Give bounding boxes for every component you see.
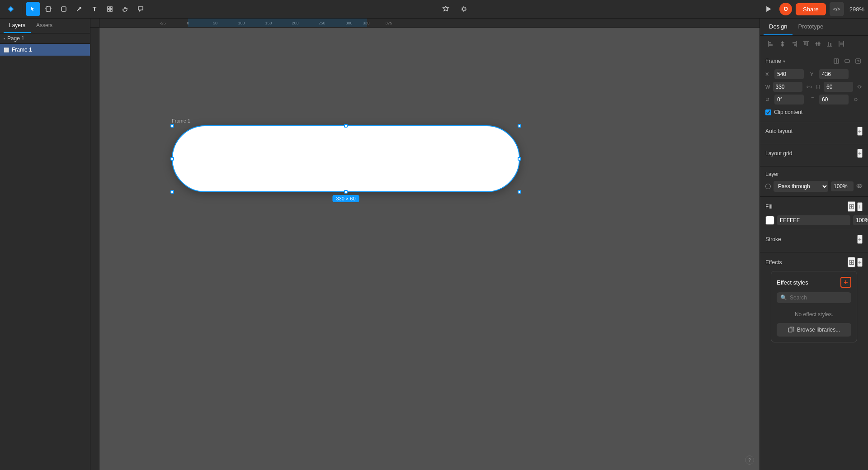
align-left-button[interactable] bbox=[765, 38, 776, 49]
svg-rect-18 bbox=[781, 44, 784, 46]
main-area: Layers Assets ▪ Page 1 ⬜ Frame 1 -25 0 5… bbox=[0, 19, 868, 470]
effect-styles-popup: Effect styles + 🔍 No effect styles. Brow… bbox=[771, 271, 857, 342]
handle-bl[interactable] bbox=[170, 190, 174, 194]
user-avatar-button[interactable]: O bbox=[779, 3, 792, 15]
sidebar-tabs: Layers Assets bbox=[0, 19, 90, 33]
ruler-tick-neg25: -25 bbox=[160, 21, 165, 25]
rotation-icon: ↺ bbox=[765, 97, 772, 103]
layer-frame1[interactable]: ⬜ Frame 1 bbox=[0, 44, 90, 56]
handle-tr[interactable] bbox=[518, 124, 521, 128]
alignment-row bbox=[760, 36, 868, 52]
fill-row: — bbox=[765, 215, 863, 225]
fill-color-swatch[interactable] bbox=[765, 216, 774, 225]
frame-container[interactable]: Frame 1 330 × 60 bbox=[172, 118, 520, 192]
svg-rect-9 bbox=[108, 9, 109, 11]
add-stroke-button[interactable]: + bbox=[857, 235, 863, 244]
plugin-icon-button[interactable] bbox=[439, 2, 453, 16]
design-tab[interactable]: Design bbox=[764, 19, 793, 35]
effects-grid-button[interactable]: ⊞ bbox=[848, 257, 855, 267]
handle-bm[interactable] bbox=[344, 190, 348, 194]
stroke-section-header: Stroke + bbox=[765, 235, 863, 244]
help-button[interactable]: ? bbox=[745, 456, 754, 465]
y-input[interactable] bbox=[819, 69, 849, 79]
present-button[interactable] bbox=[761, 2, 776, 16]
blend-mode-select[interactable]: Pass through bbox=[774, 181, 828, 192]
distribute-h-button[interactable] bbox=[836, 38, 847, 49]
assets-tab[interactable]: Assets bbox=[31, 19, 58, 33]
corner-input[interactable] bbox=[819, 95, 849, 104]
svg-rect-33 bbox=[840, 43, 843, 45]
add-auto-layout-button[interactable]: + bbox=[857, 127, 863, 136]
handle-tm[interactable] bbox=[344, 124, 348, 128]
text-tool-button[interactable]: T bbox=[87, 2, 102, 16]
fill-hex-input[interactable] bbox=[777, 215, 850, 225]
add-effect-button[interactable]: + bbox=[857, 258, 863, 267]
menu-button[interactable] bbox=[4, 2, 18, 16]
share-button[interactable]: Share bbox=[796, 3, 826, 15]
hand-tool-button[interactable] bbox=[118, 2, 132, 16]
handle-br[interactable] bbox=[518, 190, 521, 194]
ruler-left-label-175: 175 bbox=[90, 388, 179, 395]
add-fill-button[interactable]: + bbox=[857, 202, 863, 211]
code-view-button[interactable]: </> bbox=[830, 2, 844, 16]
frame-shape[interactable]: 330 × 60 bbox=[172, 125, 520, 192]
clip-content-checkbox[interactable] bbox=[765, 109, 771, 115]
layer-blend-row: Pass through bbox=[765, 181, 863, 192]
align-right-button[interactable] bbox=[789, 38, 800, 49]
constrain-h-button[interactable] bbox=[856, 82, 863, 91]
corner-icon: ⌒ bbox=[810, 96, 816, 103]
fill-opacity-input[interactable] bbox=[853, 215, 868, 225]
align-middle-button[interactable] bbox=[812, 38, 823, 49]
pen-tool-button[interactable] bbox=[72, 2, 86, 16]
handle-ml[interactable] bbox=[170, 157, 174, 161]
opacity-input[interactable] bbox=[831, 181, 854, 191]
frame-section-actions bbox=[832, 57, 863, 66]
toolbar: T bbox=[0, 0, 868, 19]
canvas-content: Frame 1 330 × 60 bbox=[99, 28, 760, 470]
layer-visibility-button[interactable] bbox=[856, 183, 863, 190]
w-input[interactable] bbox=[773, 82, 802, 92]
frame-tool-button[interactable] bbox=[41, 2, 56, 16]
page-item[interactable]: ▪ Page 1 bbox=[0, 33, 90, 44]
comment-tool-button[interactable] bbox=[133, 2, 148, 16]
move-tool-button[interactable] bbox=[26, 2, 40, 16]
frame-dropdown[interactable]: Frame ▾ bbox=[765, 58, 785, 64]
canvas-area[interactable]: -25 0 50 100 150 200 250 300 330 375 -25… bbox=[90, 19, 760, 470]
toolbar-left-group: T bbox=[4, 2, 148, 16]
add-layout-grid-button[interactable]: + bbox=[857, 149, 863, 158]
rotation-input[interactable] bbox=[774, 95, 804, 104]
layer-frame-icon: ⬜ bbox=[4, 47, 9, 52]
frame-aspect-button[interactable] bbox=[843, 57, 852, 66]
add-effect-style-button[interactable]: + bbox=[840, 277, 851, 288]
prototype-tab[interactable]: Prototype bbox=[793, 19, 829, 35]
svg-rect-14 bbox=[769, 42, 771, 43]
left-sidebar: Layers Assets ▪ Page 1 ⬜ Frame 1 bbox=[0, 19, 90, 470]
component-tool-button[interactable] bbox=[103, 2, 117, 16]
clip-content-label[interactable]: Clip content bbox=[774, 109, 802, 115]
handle-tl[interactable] bbox=[170, 124, 174, 128]
h-input[interactable] bbox=[824, 82, 853, 92]
browse-libraries-button[interactable]: Browse libraries... bbox=[777, 323, 851, 337]
svg-rect-24 bbox=[807, 42, 808, 46]
effect-styles-search-input[interactable] bbox=[790, 294, 858, 301]
x-label: X bbox=[765, 71, 772, 77]
no-styles-message: No effect styles. bbox=[777, 308, 851, 321]
fill-grid-button[interactable]: ⊞ bbox=[848, 201, 855, 212]
frame-dropdown-arrow: ▾ bbox=[783, 59, 785, 64]
align-center-h-button[interactable] bbox=[777, 38, 788, 49]
link-wh-button[interactable] bbox=[806, 82, 813, 91]
frame-resize-button[interactable] bbox=[854, 57, 863, 66]
ruler-left-label-250: 250 bbox=[90, 429, 138, 436]
theme-toggle-button[interactable] bbox=[457, 2, 471, 16]
frame-expand-button[interactable] bbox=[832, 57, 841, 66]
x-input[interactable] bbox=[774, 69, 804, 79]
corner-link-button[interactable] bbox=[851, 95, 860, 104]
shape-tool-button[interactable] bbox=[57, 2, 71, 16]
svg-point-38 bbox=[858, 85, 861, 88]
panel-tabs: Design Prototype bbox=[760, 19, 868, 36]
handle-mr[interactable] bbox=[518, 157, 521, 161]
layers-tab[interactable]: Layers bbox=[4, 19, 31, 33]
align-bottom-button[interactable] bbox=[824, 38, 835, 49]
align-top-button[interactable] bbox=[801, 38, 811, 49]
ruler-left: -25 0 25 50 75 100 125 150 175 200 225 2… bbox=[90, 19, 99, 470]
